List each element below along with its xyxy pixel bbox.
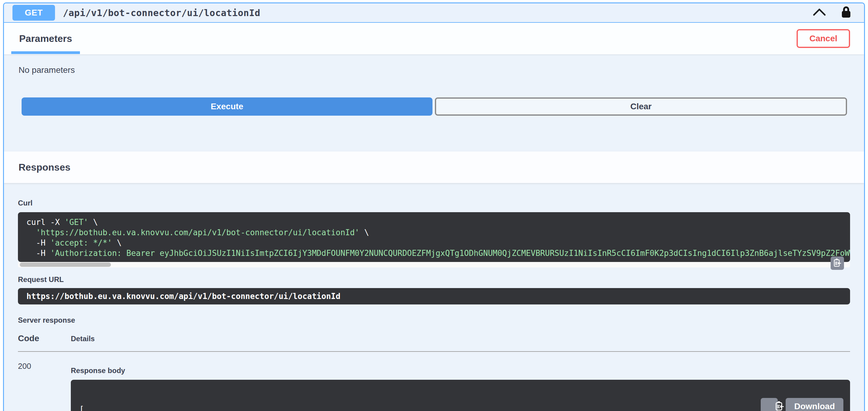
- copy-curl-button[interactable]: [831, 256, 844, 270]
- response-body-label: Response body: [71, 366, 850, 375]
- responses-body: Curl curl -X 'GET' \ 'https://bothub.eu.…: [4, 183, 864, 411]
- clipboard-copy-icon: [754, 397, 785, 411]
- execute-button[interactable]: Execute: [22, 97, 432, 116]
- scrollbar-thumb[interactable]: [20, 263, 111, 267]
- try-out-tab-bar: Parameters Cancel: [4, 23, 864, 54]
- responses-title: Responses: [19, 162, 70, 173]
- clear-button[interactable]: Clear: [435, 97, 847, 116]
- table-header-row: Code Details: [18, 334, 850, 352]
- response-details-cell: Response body [ "347b32fd-65f1-4878-90f0…: [71, 361, 850, 411]
- spacer: [4, 116, 864, 151]
- copy-response-button[interactable]: [761, 398, 778, 411]
- chevron-up-icon[interactable]: [812, 8, 826, 18]
- request-url-label: Request URL: [18, 275, 850, 284]
- server-response-label: Server response: [18, 316, 850, 324]
- request-url-value: https://bothub.eu.va.knovvu.com/api/v1/b…: [18, 288, 850, 304]
- curl-block-wrapper: curl -X 'GET' \ 'https://bothub.eu.va.kn…: [18, 212, 850, 267]
- operation-block-get: GET /api/v1/bot-connector/ui/locationId …: [3, 2, 865, 411]
- http-method-badge: GET: [12, 5, 55, 21]
- header-icons: [812, 6, 856, 20]
- response-body-block: [ "347b32fd-65f1-4878-90f0-ceae7b7f2cb1"…: [71, 380, 850, 411]
- clipboard-copy-icon: [833, 258, 842, 268]
- responses-section-header: Responses: [4, 151, 864, 183]
- no-parameters-message: No parameters: [4, 54, 864, 75]
- endpoint-path: /api/v1/bot-connector/ui/locationId: [63, 8, 260, 18]
- server-response-table: Code Details 200 Response body [ "347b32…: [18, 334, 850, 411]
- response-body-json[interactable]: [ "347b32fd-65f1-4878-90f0-ceae7b7f2cb1"…: [79, 404, 842, 411]
- lock-icon[interactable]: [841, 6, 851, 20]
- operation-summary[interactable]: GET /api/v1/bot-connector/ui/locationId: [4, 3, 864, 23]
- execute-row: Execute Clear: [4, 75, 864, 116]
- cancel-button[interactable]: Cancel: [797, 29, 850, 48]
- status-code: 200: [18, 361, 71, 411]
- horizontal-scrollbar[interactable]: [18, 262, 850, 267]
- tab-parameters[interactable]: Parameters: [18, 33, 73, 44]
- curl-label: Curl: [18, 183, 850, 207]
- download-button[interactable]: Download: [786, 398, 843, 411]
- response-row-200: 200 Response body [ "347b32fd-65f1-4878-…: [18, 361, 850, 411]
- details-column-header: Details: [71, 335, 95, 343]
- code-column-header: Code: [18, 334, 71, 343]
- curl-command[interactable]: curl -X 'GET' \ 'https://bothub.eu.va.kn…: [18, 212, 850, 262]
- response-actions: Download: [761, 398, 843, 411]
